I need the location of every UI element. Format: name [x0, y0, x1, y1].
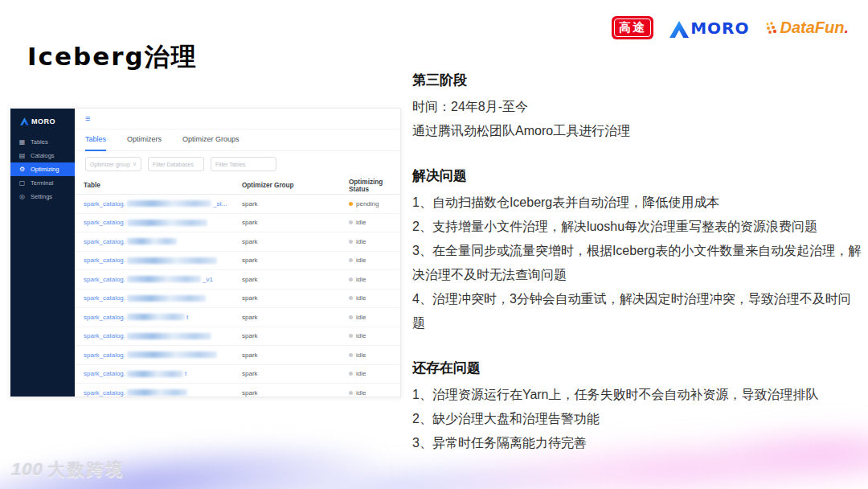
- section-heading: 第三阶段: [412, 71, 862, 89]
- app-main: ≡ TablesOptimizersOptimizer Groups Optim…: [75, 109, 400, 397]
- table-row[interactable]: spark_catalog. spark idle: [75, 214, 400, 233]
- catalog-icon: ▤: [18, 152, 26, 159]
- status-dot-icon: [349, 372, 353, 376]
- status-dot-icon: [349, 296, 353, 300]
- table-link[interactable]: spark_catalog.: [84, 219, 242, 226]
- table-row[interactable]: spark_catalog. spark idle: [75, 290, 400, 309]
- filter-bar: Optimizer group ∨ Filter Databases Filte…: [85, 157, 400, 171]
- table-link[interactable]: spark_catalog.: [84, 238, 242, 245]
- table-header: Table Optimizer Group Optimizing Status: [75, 177, 400, 195]
- collapse-menu-icon[interactable]: ≡: [75, 109, 400, 129]
- redacted-text: [127, 295, 206, 302]
- sidebar-item-label: Optimizing: [31, 166, 59, 173]
- table-row[interactable]: spark_catalog. t spark idle: [75, 365, 400, 384]
- sidebar-item-optimizing[interactable]: ⚙ Optimizing: [10, 162, 75, 176]
- sidebar-item-tables[interactable]: ▦ Tables: [10, 135, 75, 149]
- status-cell: idle: [349, 294, 400, 302]
- table-link[interactable]: spark_catalog.: [84, 332, 242, 339]
- status-label: idle: [356, 370, 366, 377]
- terminal-icon: ▢: [18, 179, 26, 187]
- table-row[interactable]: spark_catalog. spark idle: [75, 252, 400, 271]
- optimizer-group-select[interactable]: Optimizer group ∨: [85, 157, 141, 171]
- table-link[interactable]: spark_catalog. t: [84, 370, 242, 377]
- column-header-optimizing-status[interactable]: Optimizing Status: [349, 179, 400, 193]
- tab-tables[interactable]: Tables: [85, 129, 106, 151]
- filter-tables-input[interactable]: Filter Tables: [211, 157, 276, 171]
- section-lines: 1、治理资源运行在Yarn上，任务失败时不会自动补资源，导致治理排队2、缺少治理…: [412, 383, 862, 455]
- filter-databases-input[interactable]: Filter Databases: [148, 157, 204, 171]
- status-cell: idle: [349, 276, 400, 283]
- table-link[interactable]: spark_catalog.: [84, 257, 242, 264]
- status-cell: idle: [349, 370, 400, 377]
- table-row[interactable]: spark_catalog. _v1 spark idle: [75, 270, 400, 290]
- table-row[interactable]: spark_catalog. spark idle: [75, 346, 400, 365]
- amoro-sidebar-logo: MORO: [10, 109, 75, 135]
- status-label: idle: [356, 351, 366, 359]
- status-dot-icon: [349, 202, 353, 206]
- table-link[interactable]: spark_catalog. _v1: [84, 276, 242, 283]
- amoro-logo-text: MORO: [690, 18, 749, 38]
- status-cell: idle: [349, 238, 400, 245]
- table-name-prefix: spark_catalog.: [84, 276, 125, 283]
- redacted-text: [127, 389, 187, 396]
- redacted-text: [127, 220, 207, 226]
- sidebar-item-catalogs[interactable]: ▤ Catalogs: [10, 149, 75, 162]
- content-section: 第三阶段 时间：24年8月-至今通过腾讯劲松团队Amoro工具进行治理: [412, 71, 862, 143]
- amoro-sidebar-logo-text: MORO: [31, 117, 55, 125]
- status-label: pending: [356, 200, 379, 208]
- table-name-prefix: spark_catalog.: [84, 351, 125, 359]
- sidebar-nav: ▦ Tables ▤ Catalogs ⚙ Optimizing ▢ Termi…: [10, 135, 75, 203]
- header-logos: 高途 MORO DataFun.: [612, 16, 849, 39]
- column-header-optimizer-group[interactable]: Optimizer Group: [242, 182, 349, 189]
- optimizer-group-cell: spark: [242, 276, 349, 283]
- amoro-logo: MORO: [669, 18, 749, 38]
- tab-optimizers[interactable]: Optimizers: [127, 129, 162, 151]
- section-lines: 1、自动扫描数仓Iceberg表并自动治理，降低使用成本2、支持增量小文件治理，…: [412, 191, 862, 335]
- redacted-text: [127, 333, 211, 339]
- sidebar-item-terminal[interactable]: ▢ Terminal: [10, 176, 75, 190]
- status-dot-icon: [349, 315, 353, 319]
- section-heading: 还存在问题: [412, 359, 862, 377]
- table-name-prefix: spark_catalog.: [84, 294, 125, 302]
- table-row[interactable]: spark_catalog. t spark idle: [75, 308, 400, 327]
- section-line: 3、异常时任务隔离能力待完善: [412, 431, 862, 455]
- optimizer-group-select-value: Optimizer group: [90, 162, 130, 167]
- section-line: 4、治理冲突时，3分钟会自动重试，解决因定时治理冲突，导致治理不及时问题: [412, 287, 862, 335]
- settings-icon: ◎: [18, 193, 26, 200]
- table-row[interactable]: spark_catalog. spark idle: [75, 384, 400, 397]
- status-dot-icon: [349, 353, 353, 357]
- sidebar-item-label: Settings: [31, 193, 52, 200]
- sidebar-item-settings[interactable]: ◎ Settings: [10, 190, 75, 203]
- status-label: idle: [356, 314, 366, 321]
- sidebar-item-label: Terminal: [31, 179, 53, 187]
- optimizer-group-cell: spark: [242, 314, 349, 321]
- table-name-prefix: spark_catalog.: [84, 257, 125, 264]
- tab-optimizer-groups[interactable]: Optimizer Groups: [182, 129, 240, 151]
- table-row[interactable]: spark_catalog. _st... spark pending: [75, 195, 400, 214]
- watermark-text: 大数跨境: [48, 458, 125, 481]
- status-label: idle: [356, 332, 366, 339]
- table-link[interactable]: spark_catalog.: [84, 351, 242, 359]
- table-name-suffix: _v1: [203, 276, 213, 283]
- optimizer-group-cell: spark: [242, 238, 349, 245]
- sidebar-item-label: Catalogs: [31, 152, 55, 159]
- status-dot-icon: [349, 277, 353, 281]
- table-link[interactable]: spark_catalog. t: [84, 314, 242, 321]
- redacted-text: [127, 238, 177, 244]
- table-link[interactable]: spark_catalog.: [84, 294, 242, 302]
- table-name-suffix: t: [185, 370, 186, 377]
- status-dot-icon: [349, 240, 353, 244]
- table-row[interactable]: spark_catalog. spark idle: [75, 232, 400, 252]
- table-link[interactable]: spark_catalog. _st...: [84, 200, 242, 208]
- status-label: idle: [356, 257, 366, 264]
- tab-bar: TablesOptimizersOptimizer Groups: [75, 129, 400, 151]
- slide: Iceberg治理 高途 MORO DataFun.: [0, 0, 868, 489]
- status-cell: pending: [349, 200, 400, 208]
- table-name-prefix: spark_catalog.: [84, 314, 125, 321]
- content-section: 还存在问题 1、治理资源运行在Yarn上，任务失败时不会自动补资源，导致治理排队…: [412, 359, 862, 455]
- redacted-text: [127, 257, 217, 264]
- table-row[interactable]: spark_catalog. spark idle: [75, 327, 400, 347]
- table-link[interactable]: spark_catalog.: [84, 389, 242, 397]
- column-header-table[interactable]: Table: [84, 182, 242, 189]
- table-name-prefix: spark_catalog.: [84, 219, 125, 226]
